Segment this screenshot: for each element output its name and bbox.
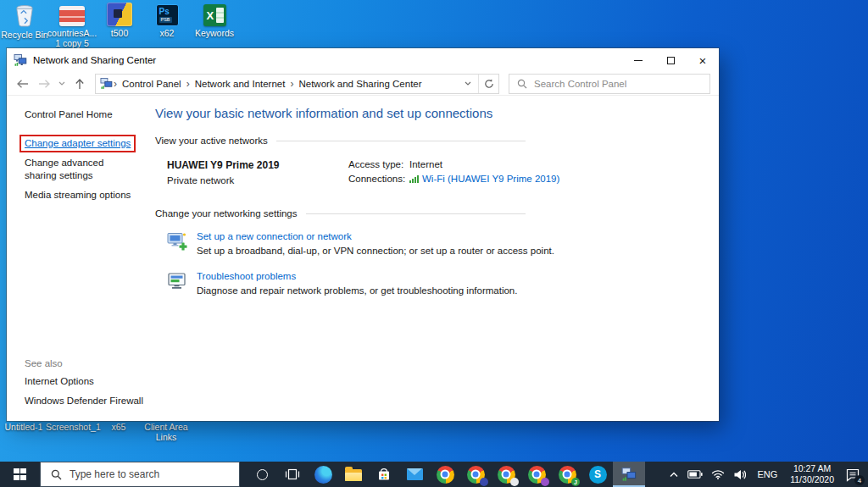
cortana-icon [257, 469, 268, 480]
taskbar-skype-button[interactable]: S [582, 462, 613, 487]
cortana-button[interactable] [247, 462, 277, 487]
taskbar-store-button[interactable] [369, 462, 399, 487]
troubleshoot-link[interactable]: Troubleshoot problems [197, 271, 296, 281]
active-network-panel: HUAWEI Y9 Prime 2019 Private network Acc… [167, 159, 526, 188]
recent-pages-dropdown[interactable] [56, 74, 68, 94]
wifi-connection-link[interactable]: Wi-Fi (HUAWEI Y9 Prime 2019) [422, 174, 559, 184]
forward-arrow-icon [38, 79, 51, 89]
section-divider [306, 213, 526, 214]
back-button[interactable] [12, 74, 32, 94]
tray-language-button[interactable]: ENG [750, 462, 784, 487]
sidebar-item-change-adapter-settings[interactable]: Change adapter settings [25, 138, 131, 148]
highlight-annotation-box: Change adapter settings [19, 135, 136, 152]
chrome-profile-badge [510, 478, 519, 486]
tray-battery-button[interactable] [683, 462, 707, 487]
taskbar: J S [0, 462, 868, 487]
speaker-icon [733, 469, 746, 480]
task-view-icon [285, 468, 300, 480]
task-view-button[interactable] [277, 462, 308, 487]
desktop-icon-countries[interactable]: countriesA... 1 copy 5 [47, 3, 97, 48]
tray-volume-button[interactable] [729, 462, 750, 487]
desktop-icon-label-untitled[interactable]: Untitled-1 [0, 422, 47, 432]
file-explorer-icon [345, 469, 362, 481]
network-sharing-center-window: Network and Sharing Center × [7, 48, 719, 421]
minimize-button[interactable] [622, 48, 654, 72]
notification-count-badge: 4 [854, 475, 865, 485]
taskbar-mail-button[interactable] [399, 462, 430, 487]
taskbar-chrome-button-1[interactable] [430, 462, 460, 487]
desktop-icon-t500[interactable]: t500 [95, 3, 144, 38]
sidebar-item-windows-defender-firewall[interactable]: Windows Defender Firewall [25, 395, 145, 407]
control-panel-search[interactable] [509, 74, 710, 94]
desktop-icon-recycle-bin[interactable]: Recycle Bin [0, 3, 49, 40]
search-input[interactable] [534, 79, 709, 89]
desktop-icon-keywords[interactable]: X Keywords [190, 3, 239, 38]
network-name: HUAWEI Y9 Prime 2019 [167, 159, 337, 171]
window-title: Network and Sharing Center [33, 55, 156, 65]
address-dropdown-button[interactable] [458, 75, 478, 93]
breadcrumb-network-and-internet[interactable]: Network and Internet [191, 79, 290, 89]
network-type: Private network [167, 175, 337, 185]
desktop-icon-label-x65[interactable]: x65 [100, 422, 137, 432]
chrome-icon [437, 466, 454, 484]
title-bar[interactable]: Network and Sharing Center × [7, 48, 719, 72]
maximize-button[interactable] [654, 48, 687, 72]
taskbar-chrome-button-5[interactable]: J [552, 462, 582, 487]
breadcrumb-network-icon [100, 77, 113, 90]
desktop-icon-x62[interactable]: Ps PSB x62 [142, 3, 192, 38]
access-type-value: Internet [409, 159, 442, 169]
taskbar-search-input[interactable] [70, 468, 239, 480]
chevron-down-icon [58, 81, 65, 86]
start-button[interactable] [0, 462, 40, 487]
taskbar-chrome-button-4[interactable] [521, 462, 552, 487]
up-button[interactable] [70, 74, 90, 94]
sidebar-item-media-streaming[interactable]: Media streaming options [25, 189, 145, 202]
close-button[interactable]: × [687, 48, 719, 72]
address-bar[interactable]: › Control Panel › Network and Internet ›… [95, 74, 499, 94]
section-divider [276, 141, 526, 141]
chrome-profile-badge [480, 478, 488, 486]
taskbar-chrome-button-2[interactable] [460, 462, 491, 487]
tray-wifi-button[interactable] [707, 462, 729, 487]
action-center-button[interactable]: 4 [840, 462, 868, 487]
setup-connection-description: Set up a broadband, dial-up, or VPN conn… [197, 246, 554, 256]
taskbar-file-explorer-button[interactable] [338, 462, 369, 487]
breadcrumb-control-panel[interactable]: Control Panel [118, 79, 186, 89]
setup-connection-item: Set up a new connection or network Set u… [166, 230, 719, 256]
close-icon: × [699, 53, 707, 68]
excel-file-icon: X [203, 4, 226, 26]
maximize-icon [667, 57, 675, 64]
networking-settings-section-header: Change your networking settings [155, 208, 526, 219]
taskbar-search[interactable] [40, 462, 240, 487]
breadcrumb-network-sharing-center[interactable]: Network and Sharing Center [294, 79, 426, 89]
desktop-icon-label-client-area[interactable]: Client AreaLinks [139, 422, 193, 442]
up-arrow-icon [75, 78, 85, 90]
taskbar-edge-button[interactable] [308, 462, 338, 487]
sidebar: Control Panel Home Change adapter settin… [7, 96, 145, 421]
refresh-button[interactable] [478, 75, 498, 93]
tray-clock-button[interactable]: 10:27 AM 11/30/2020 [784, 462, 840, 487]
setup-connection-link[interactable]: Set up a new connection or network [197, 231, 352, 241]
sidebar-item-control-panel-home[interactable]: Control Panel Home [25, 109, 145, 119]
back-arrow-icon [16, 79, 29, 89]
chevron-down-icon [465, 81, 471, 86]
taskbar-chrome-button-3[interactable] [491, 462, 521, 487]
search-icon [51, 469, 62, 480]
wifi-signal-icon [409, 175, 419, 183]
desktop-icon-label: t500 [111, 28, 128, 38]
desktop-icon-label-line2: 1 copy 5 [55, 38, 89, 48]
minimize-icon [634, 60, 643, 61]
desktop-icon-label: Recycle Bin [1, 30, 47, 40]
tray-show-hidden-icons-button[interactable] [665, 462, 683, 487]
troubleshoot-description: Diagnose and repair network problems, or… [197, 285, 517, 296]
navigation-bar: › Control Panel › Network and Internet ›… [7, 72, 719, 96]
taskbar-network-sharing-window-button[interactable] [613, 462, 645, 487]
sidebar-item-change-advanced-sharing[interactable]: Change advanced sharing settings [25, 157, 125, 182]
sidebar-item-internet-options[interactable]: Internet Options [25, 375, 145, 388]
forward-button[interactable] [34, 74, 54, 94]
refresh-icon [484, 79, 494, 89]
tray-date: 11/30/2020 [790, 474, 834, 485]
edge-icon [314, 466, 332, 484]
desktop-icon-label-screenshot[interactable]: Screenshot_1 [46, 422, 100, 432]
desktop-icon-label: x62 [160, 28, 175, 38]
